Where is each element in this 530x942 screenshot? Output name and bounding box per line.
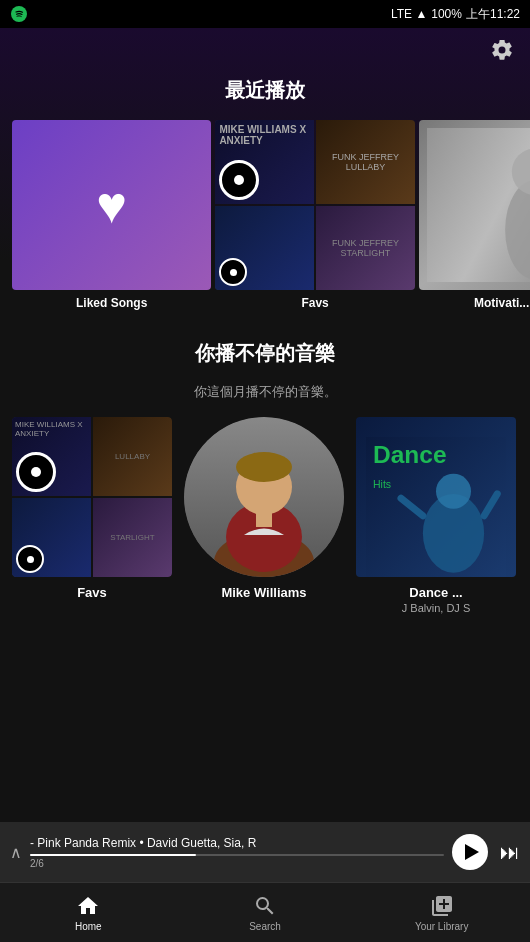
favs-item[interactable]: MIKE WILLIAMS X ANXIETY FUNK JEFFREY LUL… — [215, 120, 414, 310]
favs-cell-tl: MIKE WILLIAMS X ANXIETY — [215, 120, 314, 204]
liked-songs-item[interactable]: ♥ Liked Songs — [12, 120, 211, 310]
now-playing-bar[interactable]: ∧ - Pink Panda Remix • David Guetta, Sia… — [0, 822, 530, 882]
ns-favs-cell-tr: LULLABY — [93, 417, 172, 496]
ns-spin-logo-bl — [16, 545, 44, 573]
favs-cover: MIKE WILLIAMS X ANXIETY FUNK JEFFREY LUL… — [215, 120, 414, 290]
now-playing-track-name: - Pink Panda Remix • David Guetta, Sia, … — [30, 836, 444, 850]
dance-cover: Dance Hits — [356, 417, 516, 577]
now-playing-progress-fill — [30, 854, 196, 856]
motivation-label: Motivati... — [419, 296, 530, 310]
spotify-logo-icon — [10, 5, 28, 23]
nav-library[interactable]: Your Library — [353, 883, 530, 942]
nav-home-label: Home — [75, 921, 102, 932]
heart-icon: ♥ — [96, 175, 127, 235]
favs-cell-tr: FUNK JEFFREY LULLABY — [316, 120, 415, 204]
nav-home[interactable]: Home — [0, 883, 177, 942]
never-stop-title: 你播不停的音樂 — [12, 340, 518, 367]
never-stop-favs-collage: MIKE WILLIAMS X ANXIETY LULLABY — [12, 417, 172, 577]
time-display: 上午11:22 — [466, 6, 520, 23]
main-scroll-area: 最近播放 ♥ Liked Songs MIKE WILLIAMS X ANXIE… — [0, 28, 530, 802]
never-stop-favs[interactable]: MIKE WILLIAMS X ANXIETY LULLABY — [12, 417, 172, 614]
nav-search-label: Search — [249, 921, 281, 932]
status-right: LTE ▲ 100% 上午11:22 — [391, 6, 520, 23]
nav-library-label: Your Library — [415, 921, 469, 932]
liked-songs-label: Liked Songs — [12, 296, 211, 310]
dance-artwork: Dance Hits — [366, 427, 506, 577]
expand-chevron-icon[interactable]: ∧ — [10, 843, 22, 862]
spin-logo-tl — [219, 160, 259, 200]
never-stop-mike[interactable]: Mike Williams — [184, 417, 344, 614]
now-playing-progress-bar — [30, 854, 444, 856]
svg-text:Hits: Hits — [373, 478, 391, 490]
never-stop-list: MIKE WILLIAMS X ANXIETY LULLABY — [12, 417, 518, 622]
ns-favs-cell-tl: MIKE WILLIAMS X ANXIETY — [12, 417, 91, 496]
nav-search[interactable]: Search — [177, 883, 354, 942]
now-playing-progress-label: 2/6 — [30, 858, 444, 869]
next-track-button[interactable]: ⏭ — [500, 841, 520, 864]
status-left — [10, 5, 28, 23]
recently-played-title: 最近播放 — [0, 77, 530, 104]
never-stop-favs-img: MIKE WILLIAMS X ANXIETY LULLABY — [12, 417, 172, 577]
gear-icon — [490, 38, 514, 62]
search-icon — [253, 894, 277, 918]
motivation-artwork: Motivati — [427, 128, 530, 282]
play-pause-button[interactable] — [452, 834, 488, 870]
svg-text:Dance: Dance — [373, 441, 447, 468]
play-icon — [465, 844, 479, 860]
recently-played-grid: ♥ Liked Songs MIKE WILLIAMS X ANXIETY F — [0, 120, 530, 310]
home-icon — [76, 894, 100, 918]
favs-cell-br: FUNK JEFFREY STARLIGHT — [316, 206, 415, 290]
now-playing-controls: ⏭ — [452, 834, 520, 870]
svg-rect-11 — [256, 507, 272, 527]
ns-favs-cell-bl — [12, 498, 91, 577]
never-stop-favs-label: Favs — [12, 585, 172, 600]
spin-logo-bl — [219, 258, 247, 286]
favs-label: Favs — [215, 296, 414, 310]
top-bar — [0, 28, 530, 69]
never-stop-section: 你播不停的音樂 你這個月播不停的音樂。 MIKE WILLIAMS X ANXI… — [0, 340, 530, 622]
motivation-image: Motivati — [419, 120, 530, 290]
library-icon — [430, 894, 454, 918]
bottom-nav: Home Search Your Library — [0, 882, 530, 942]
status-bar: LTE ▲ 100% 上午11:22 — [0, 0, 530, 28]
ns-favs-cell-br: STARLIGHT — [93, 498, 172, 577]
settings-button[interactable] — [490, 38, 514, 65]
svg-point-10 — [236, 452, 292, 482]
never-stop-subtitle: 你這個月播不停的音樂。 — [12, 383, 518, 401]
motivation-item[interactable]: Motivati Motivati... — [419, 120, 530, 310]
network-indicator: LTE ▲ — [391, 7, 427, 21]
svg-point-14 — [436, 474, 471, 509]
never-stop-dance[interactable]: Dance Hits Dance ... J Balvin, DJ S — [356, 417, 516, 614]
motivation-cover: Motivati — [419, 120, 530, 290]
now-playing-info: - Pink Panda Remix • David Guetta, Sia, … — [30, 836, 444, 869]
favs-cell-bl — [215, 206, 314, 290]
mike-williams-img — [184, 417, 344, 577]
mike-williams-artwork — [184, 417, 344, 577]
mike-williams-label: Mike Williams — [184, 585, 344, 600]
dance-label: Dance ... — [356, 585, 516, 600]
battery-indicator: 100% — [431, 7, 462, 21]
liked-songs-cover: ♥ — [12, 120, 211, 290]
ns-spin-logo-tl — [16, 452, 56, 492]
dance-sublabel: J Balvin, DJ S — [356, 602, 516, 614]
